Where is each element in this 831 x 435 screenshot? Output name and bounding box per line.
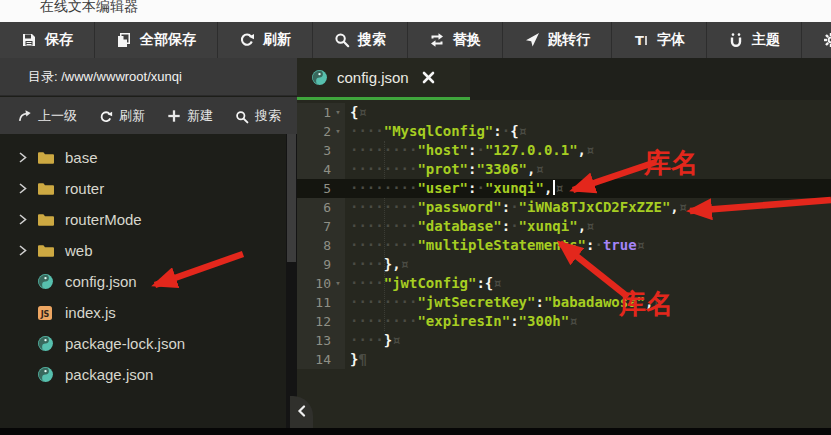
line-number: 4	[297, 160, 331, 179]
code-line-7[interactable]: 7········"database":·"xunqi",¤	[297, 217, 831, 236]
code-token: ¤	[392, 332, 400, 348]
code-token: "multipleStatements"	[417, 237, 586, 253]
code-line-13[interactable]: 13····}¤	[297, 331, 831, 350]
fold-arrow-icon[interactable]: ▾	[331, 274, 345, 293]
code-line-10[interactable]: 10▾····"jwtConfig":{¤	[297, 274, 831, 293]
code-token: ¤	[493, 275, 501, 291]
code-line-8[interactable]: 8········"multipleStatements":·true¤	[297, 236, 831, 255]
tree-item-web[interactable]: web	[0, 235, 286, 266]
fold-arrow-icon[interactable]: ▾	[331, 103, 345, 122]
tree-item-package-json[interactable]: package.json	[0, 359, 286, 390]
json-file-icon	[311, 69, 328, 86]
line-number: 12	[297, 312, 331, 331]
gutter-line-9: 9	[297, 255, 345, 274]
code-token: "3306"	[476, 161, 527, 177]
code-token: ·	[510, 199, 518, 215]
tree-refresh-button[interactable]: 刷新	[99, 107, 145, 125]
code-line-1[interactable]: 1▾{¤	[297, 103, 831, 122]
gutter-line-3: 3	[297, 141, 345, 160]
chevron-right-icon[interactable]	[17, 182, 37, 195]
code-token: ,	[578, 218, 586, 234]
code-line-11[interactable]: 11········"jwtSecretKey":"babadawosa",¤	[297, 293, 831, 312]
up-level-button[interactable]: 上一级	[18, 107, 77, 125]
font-button[interactable]: T字体	[612, 22, 707, 58]
tree-item-config-json[interactable]: config.json	[0, 266, 286, 297]
tree-item-label: routerMode	[65, 211, 142, 228]
save-all-button[interactable]: 全部保存	[95, 22, 218, 58]
code-token: "127.0.0.1"	[485, 142, 578, 158]
code-token: ¤	[637, 237, 645, 253]
tab-close-icon[interactable]	[422, 71, 435, 84]
code-line-3[interactable]: 3········"host":·"127.0.0.1",¤	[297, 141, 831, 160]
code-token: "jwtConfig"	[384, 275, 477, 291]
code-token: ····	[350, 275, 384, 291]
chevron-right-icon[interactable]	[17, 151, 37, 164]
bottom-strip	[0, 428, 831, 435]
svg-text:T: T	[635, 33, 644, 48]
tree-item-index-js[interactable]: JSindex.js	[0, 297, 286, 328]
code-token: ········	[350, 218, 417, 234]
code-line-5[interactable]: 5········"user":·"xunqi",¤	[297, 179, 831, 198]
code-line-2[interactable]: 2▾····"MysqlConfig":·{¤	[297, 122, 831, 141]
collapse-chevron-icon	[297, 403, 307, 421]
online-text-editor-app: 在线文本编辑器 保存全部保存刷新搜索替换跳转行T字体主题设置? 目录: /www…	[0, 0, 831, 435]
line-number: 13	[297, 331, 331, 350]
save-button[interactable]: 保存	[0, 22, 95, 58]
code-token: {	[510, 123, 518, 139]
sidebar-scrollbar[interactable]	[286, 134, 297, 428]
code-token: "iWNa8TJxCD2FxZZE"	[519, 199, 671, 215]
code-content: ········"jwtSecretKey":"babadawosa",¤	[345, 293, 662, 312]
tree-refresh-button-label: 刷新	[119, 107, 145, 125]
code-token: ¤	[653, 294, 661, 310]
code-content: ····},¤	[345, 255, 409, 274]
save-all-icon	[116, 32, 132, 48]
new-file-button[interactable]: 新建	[167, 107, 213, 125]
scrollbar-thumb[interactable]	[287, 134, 296, 262]
code-line-6[interactable]: 6········"password":·"iWNa8TJxCD2FxZZE",…	[297, 198, 831, 217]
code-token: :{	[476, 275, 493, 291]
tab-config-json[interactable]: config.json	[297, 58, 470, 100]
window-title: 在线文本编辑器	[40, 0, 138, 16]
code-token: :	[535, 294, 543, 310]
code-token: ¤	[586, 142, 594, 158]
code-token: ········	[350, 142, 417, 158]
code-editor[interactable]: 1▾{¤2▾····"MysqlConfig":·{¤3········"hos…	[297, 100, 831, 428]
theme-button[interactable]: 主题	[707, 22, 802, 58]
tree-item-label: package-lock.json	[65, 335, 185, 352]
tree-item-base[interactable]: base	[0, 142, 286, 173]
code-line-4[interactable]: 4········"prot":"3306",¤	[297, 160, 831, 179]
code-line-9[interactable]: 9····},¤	[297, 255, 831, 274]
line-number: 14	[297, 350, 331, 369]
fold-arrow-icon[interactable]: ▾	[331, 122, 345, 141]
code-token: ····	[350, 123, 384, 139]
settings-button[interactable]: 设置	[802, 22, 831, 58]
tree-item-package-lock-json[interactable]: package-lock.json	[0, 328, 286, 359]
chevron-right-icon[interactable]	[17, 213, 37, 226]
code-line-12[interactable]: 12········"expiresIn":"300h"¤	[297, 312, 831, 331]
up-arrow-icon	[18, 109, 32, 123]
gutter-line-11: 11	[297, 293, 345, 312]
line-number: 9	[297, 255, 331, 274]
tree-item-routermode[interactable]: routerMode	[0, 204, 286, 235]
code-line-14[interactable]: 14}¶	[297, 350, 831, 369]
tree-search-button[interactable]: 搜索	[235, 107, 281, 125]
search-button[interactable]: 搜索	[313, 22, 408, 58]
goto-line-button[interactable]: 跳转行	[503, 22, 612, 58]
editor-tab-bar: config.json	[297, 58, 831, 100]
window-title-bar: 在线文本编辑器	[0, 0, 831, 22]
code-token: ····	[350, 332, 384, 348]
tree-item-label: package.json	[65, 366, 153, 383]
chevron-right-icon[interactable]	[17, 244, 37, 257]
code-content: }¶	[345, 350, 367, 369]
code-token: "babadawosa"	[544, 294, 645, 310]
code-token: ········	[350, 199, 417, 215]
code-content: ····}¤	[345, 331, 401, 350]
code-token: "xunqi"	[519, 218, 578, 234]
tree-item-router[interactable]: router	[0, 173, 286, 204]
json-file-icon	[37, 336, 55, 352]
replace-button[interactable]: 替换	[408, 22, 503, 58]
json-file-icon	[37, 274, 55, 290]
refresh-button[interactable]: 刷新	[218, 22, 313, 58]
code-content: ····"jwtConfig":{¤	[345, 274, 502, 293]
plus-icon	[167, 109, 181, 123]
